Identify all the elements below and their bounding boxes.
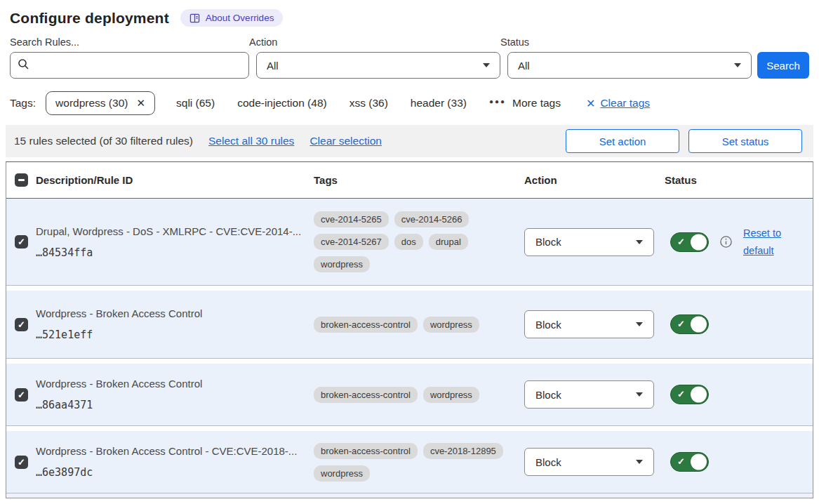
check-icon: ✓ — [677, 389, 685, 399]
tag-chip: wordpress — [314, 465, 370, 482]
close-icon[interactable]: ✕ — [136, 97, 145, 110]
row-checkbox[interactable]: ✓ — [15, 388, 28, 402]
rule-tags: broken-access-control wordpress — [314, 317, 507, 333]
tag-option-code-injection[interactable]: code-injection (48) — [237, 97, 327, 110]
row-separator — [6, 359, 813, 364]
chevron-down-icon — [636, 460, 643, 464]
rule-action-select[interactable]: Block — [524, 310, 654, 338]
select-all-rules-link[interactable]: Select all 30 rules — [208, 135, 294, 147]
table-row: ✓ Wordpress - Broken Access Control - CV… — [6, 431, 813, 493]
tag-chip: cve-2014-5265 — [314, 211, 389, 227]
tag-chip: cve-2014-5267 — [314, 234, 389, 250]
check-icon: ✓ — [18, 237, 25, 246]
rule-id: …86aa4371 — [36, 399, 302, 411]
action-filter-select[interactable]: All — [256, 52, 500, 79]
chevron-down-icon — [483, 63, 490, 67]
toggle-knob — [691, 317, 707, 333]
table-row: ✓ Wordpress - Broken Access Control …521… — [6, 291, 813, 359]
column-header-tags: Tags — [314, 174, 524, 186]
rule-status-toggle[interactable]: ✓ — [670, 232, 709, 252]
more-tags-label: More tags — [512, 97, 561, 110]
table-row: ✓ Drupal, Wordpress - DoS - XMLRPC - CVE… — [6, 199, 813, 286]
next-row-sliver — [6, 493, 813, 498]
close-icon: ✕ — [586, 97, 595, 110]
rule-id: …521e1eff — [36, 329, 302, 341]
clear-tags-link[interactable]: ✕ Clear tags — [586, 97, 650, 110]
column-header-description: Description/Rule ID — [36, 174, 314, 186]
chevron-down-icon — [636, 322, 643, 326]
page-header: Configure deployment About Overrides — [0, 0, 819, 32]
tag-option-sqli[interactable]: sqli (65) — [176, 97, 215, 110]
toggle-knob — [691, 387, 707, 403]
row-checkbox[interactable]: ✓ — [15, 456, 28, 469]
check-icon: ✓ — [18, 390, 25, 399]
book-icon — [189, 13, 200, 23]
status-filter-label: Status — [500, 37, 752, 48]
about-overrides-label: About Overrides — [206, 13, 274, 23]
selected-tag-label: wordpress (30) — [55, 97, 128, 110]
selection-summary: 15 rules selected (of 30 filtered rules) — [14, 135, 193, 147]
tag-chip: broken-access-control — [314, 317, 418, 333]
tags-label: Tags: — [10, 97, 36, 110]
table-row: ✓ Wordpress - Broken Access Control …86a… — [6, 364, 813, 426]
row-checkbox[interactable]: ✓ — [15, 318, 28, 331]
rule-action-value: Block — [535, 456, 561, 468]
chevron-down-icon — [636, 240, 643, 244]
toggle-knob — [691, 454, 707, 470]
tag-chip: wordpress — [314, 256, 370, 272]
rule-id: …6e3897dc — [36, 466, 302, 479]
filters-bar: Search Rules... Action All Status All Se… — [0, 32, 819, 79]
info-icon[interactable] — [719, 235, 733, 248]
about-overrides-badge[interactable]: About Overrides — [180, 9, 284, 27]
status-filter-value: All — [518, 60, 530, 72]
toggle-knob — [691, 234, 707, 250]
action-filter-label: Action — [249, 37, 500, 48]
row-separator — [6, 426, 813, 431]
row-checkbox[interactable]: ✓ — [15, 235, 28, 248]
chevron-down-icon — [636, 392, 643, 397]
rule-tags: cve-2014-5265 cve-2014-5266 cve-2014-526… — [314, 211, 507, 272]
more-tags-button[interactable]: ●●● More tags — [489, 97, 561, 110]
tag-chip: wordpress — [423, 317, 479, 333]
rule-tags: broken-access-control wordpress — [314, 387, 507, 403]
search-button[interactable]: Search — [757, 52, 809, 79]
tag-option-xss[interactable]: xss (36) — [349, 97, 388, 110]
tag-chip: cve-2018-12895 — [423, 443, 503, 459]
rule-description: Wordpress - Broken Access Control — [36, 378, 302, 390]
clear-selection-link[interactable]: Clear selection — [309, 135, 382, 147]
search-rules-label: Search Rules... — [10, 37, 249, 48]
rule-status-toggle[interactable]: ✓ — [670, 314, 709, 334]
tag-option-header[interactable]: header (33) — [411, 97, 467, 110]
check-icon: ✓ — [677, 456, 685, 467]
column-header-status: Status — [665, 174, 813, 186]
clear-tags-label: Clear tags — [600, 97, 650, 110]
page-title: Configure deployment — [10, 10, 169, 27]
set-status-button[interactable]: Set status — [688, 129, 802, 153]
chevron-down-icon — [734, 63, 741, 67]
rule-description: Wordpress - Broken Access Control - CVE:… — [36, 445, 302, 457]
set-action-button[interactable]: Set action — [566, 129, 679, 153]
select-all-checkbox[interactable] — [15, 173, 28, 187]
rule-status-toggle[interactable]: ✓ — [670, 452, 709, 472]
tag-chip: broken-access-control — [314, 387, 418, 403]
check-icon: ✓ — [18, 320, 25, 329]
reset-to-default-link[interactable]: Reset to default — [743, 225, 788, 259]
status-filter-select[interactable]: All — [507, 52, 752, 79]
rule-action-select[interactable]: Block — [524, 228, 654, 256]
column-header-action: Action — [524, 174, 665, 186]
ellipsis-icon: ●●● — [489, 98, 506, 105]
rule-status-toggle[interactable]: ✓ — [670, 385, 709, 404]
selection-bar: 15 rules selected (of 30 filtered rules)… — [6, 125, 813, 157]
tag-chip: wordpress — [423, 387, 479, 403]
rules-table: Description/Rule ID Tags Action Status ✓… — [6, 161, 813, 498]
minus-icon — [18, 179, 25, 181]
search-rules-box — [10, 52, 249, 79]
selected-tag-wordpress[interactable]: wordpress (30) ✕ — [46, 91, 155, 115]
rule-action-value: Block — [535, 236, 561, 248]
rule-action-value: Block — [535, 319, 561, 331]
search-rules-input[interactable] — [35, 60, 241, 72]
action-filter-value: All — [267, 60, 279, 72]
rule-action-select[interactable]: Block — [524, 380, 654, 409]
search-icon — [18, 58, 29, 73]
rule-action-select[interactable]: Block — [524, 448, 654, 476]
